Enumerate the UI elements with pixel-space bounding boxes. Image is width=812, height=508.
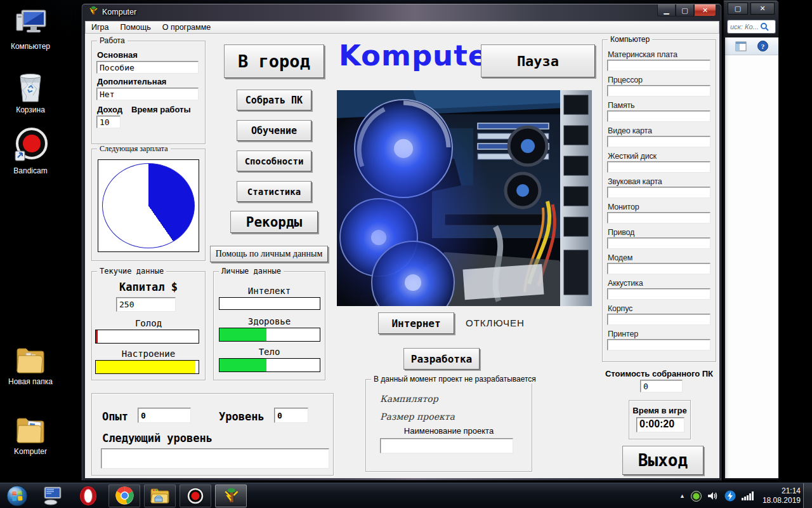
current-data-groupbox: Текучие данные Капитал $ Голод Настроени… <box>91 271 206 380</box>
records-button[interactable]: Рекорды <box>230 211 318 233</box>
minimize-button[interactable]: ▁ <box>657 4 676 17</box>
desktop-icon-recycle-bin[interactable]: Корзина <box>0 71 61 114</box>
city-button[interactable]: В город <box>224 44 324 78</box>
hunger-bar <box>95 330 199 344</box>
component-label: Жесткий диск <box>608 152 657 161</box>
explorer-maximize-button[interactable]: ▢ <box>728 3 748 15</box>
next-level-input[interactable] <box>101 448 329 469</box>
desktop-icon-computer[interactable]: Компьютер <box>0 8 61 51</box>
component-input-cpu[interactable] <box>607 85 710 97</box>
taskbar-remote-desktop[interactable] <box>36 485 68 507</box>
internet-button[interactable]: Интернет <box>378 312 454 334</box>
component-input-modem[interactable] <box>607 263 710 274</box>
tray-antivirus-icon[interactable] <box>691 491 702 502</box>
menu-about[interactable]: О программе <box>157 22 216 32</box>
explorer-search-text: иск: Ко... <box>730 23 759 30</box>
start-button[interactable] <box>2 485 32 507</box>
taskbar-explorer[interactable] <box>144 485 176 507</box>
pc-case-photo <box>337 90 592 306</box>
exit-button[interactable]: Выход <box>622 446 704 475</box>
component-input-speakers[interactable] <box>607 288 710 300</box>
component-label: Монитор <box>608 203 639 211</box>
work-groupbox: Работа Основная Дополнительная Доход Вре… <box>91 41 206 144</box>
taskbar-bandicam[interactable] <box>180 485 211 507</box>
main-job-input[interactable] <box>96 61 199 74</box>
desktop-icon-new-folder[interactable]: Новая папка <box>0 343 61 386</box>
pc-cost-input[interactable] <box>640 380 683 392</box>
tray-flash-icon[interactable] <box>724 490 736 502</box>
menu-help[interactable]: Помощь <box>114 22 156 32</box>
tray-hidden-icons-arrow[interactable]: ▲ <box>679 493 685 499</box>
remote-desktop-icon <box>42 486 62 505</box>
desktop-icon-label: Komputer <box>0 447 61 456</box>
show-desktop-button[interactable] <box>803 483 812 508</box>
component-input-hdd[interactable] <box>607 161 710 173</box>
training-button[interactable]: Обучение <box>237 120 311 141</box>
computer-icon <box>0 8 61 39</box>
component-input-case[interactable] <box>607 314 710 325</box>
tray-network-icon[interactable] <box>742 491 754 500</box>
extra-job-input[interactable] <box>96 88 199 100</box>
body-bar-fill <box>219 359 266 371</box>
opera-icon <box>79 486 98 506</box>
component-label: Звуковая карта <box>608 177 662 186</box>
extra-job-label: Дополнительная <box>97 77 166 86</box>
explorer-close-button[interactable]: ✕ <box>750 3 775 15</box>
search-icon <box>760 22 769 31</box>
maximize-button[interactable]: ▢ <box>676 4 694 17</box>
desktop-icon-komputer-folder[interactable]: Komputer <box>0 413 61 456</box>
intellect-label: Интелект <box>214 286 325 296</box>
component-label: Видео карта <box>608 126 652 135</box>
salary-groupbox: Следующая зарплата <box>91 149 206 261</box>
income-input[interactable] <box>96 116 121 128</box>
menubar: Игра Помощь О программе <box>85 21 719 34</box>
development-button[interactable]: Разработка <box>403 348 480 370</box>
tray-clock[interactable]: 21:14 18.08.2019 <box>763 486 801 505</box>
menu-game[interactable]: Игра <box>86 22 114 32</box>
compiler-label: Кампилятор <box>380 394 438 404</box>
tray-volume-icon[interactable] <box>707 491 719 501</box>
komputer-app-icon <box>222 487 240 505</box>
folder-icon <box>150 488 170 504</box>
work-group-title: Работа <box>97 36 128 45</box>
computer-group-title: Компьютер <box>608 35 652 44</box>
component-input-sound[interactable] <box>607 187 710 198</box>
taskbar-chrome[interactable] <box>108 485 140 507</box>
personal-help-button[interactable]: Помощь по личным данным <box>210 246 328 262</box>
explorer-search-input[interactable]: иск: Ко... <box>727 20 776 34</box>
taskbar-opera[interactable] <box>72 485 105 507</box>
help-icon[interactable]: ? <box>757 41 768 51</box>
taskbar-komputer-app[interactable] <box>215 485 247 507</box>
component-input-printer[interactable] <box>607 339 710 351</box>
health-label: Здоровье <box>214 316 325 326</box>
clock-date: 18.08.2019 <box>763 496 801 505</box>
salary-group-title: Следующая зарплата <box>97 144 171 154</box>
layout-view-icon[interactable] <box>735 41 747 51</box>
desktop-icon-label: Новая папка <box>0 377 61 386</box>
game-time-label: Время в игре <box>629 406 690 415</box>
level-input[interactable] <box>274 408 308 423</box>
desktop-icon-bandicam[interactable]: Bandicam <box>0 132 61 175</box>
abilities-button[interactable]: Способности <box>237 150 311 171</box>
component-input-motherboard[interactable] <box>607 60 710 71</box>
component-input-monitor[interactable] <box>607 212 710 224</box>
close-button[interactable]: ✕ <box>694 4 716 17</box>
main-job-label: Основная <box>97 50 138 60</box>
experience-input[interactable] <box>138 408 191 423</box>
game-time-groupbox: Время в игре 0:00:20 <box>629 400 691 439</box>
component-input-ram[interactable] <box>607 110 710 122</box>
build-pc-button[interactable]: Собрать ПК <box>237 90 311 110</box>
window-title: Komputer <box>102 8 136 17</box>
project-name-input[interactable] <box>380 438 513 453</box>
pause-button[interactable]: Пауза <box>481 44 595 77</box>
explorer-content <box>725 55 778 478</box>
bandicam-icon <box>187 487 204 505</box>
personal-data-title: Личные данные <box>219 267 284 276</box>
personal-data-groupbox: Личные данные Интелект Здоровье Тело <box>213 271 325 380</box>
level-groupbox: Опыт Уровень Следующий уровень <box>91 393 334 476</box>
capital-input[interactable] <box>116 297 176 312</box>
component-input-drive[interactable] <box>607 237 710 249</box>
component-input-gpu[interactable] <box>607 136 710 147</box>
component-label: Прцессор <box>608 76 643 84</box>
statistics-button[interactable]: Статистика <box>237 181 311 202</box>
